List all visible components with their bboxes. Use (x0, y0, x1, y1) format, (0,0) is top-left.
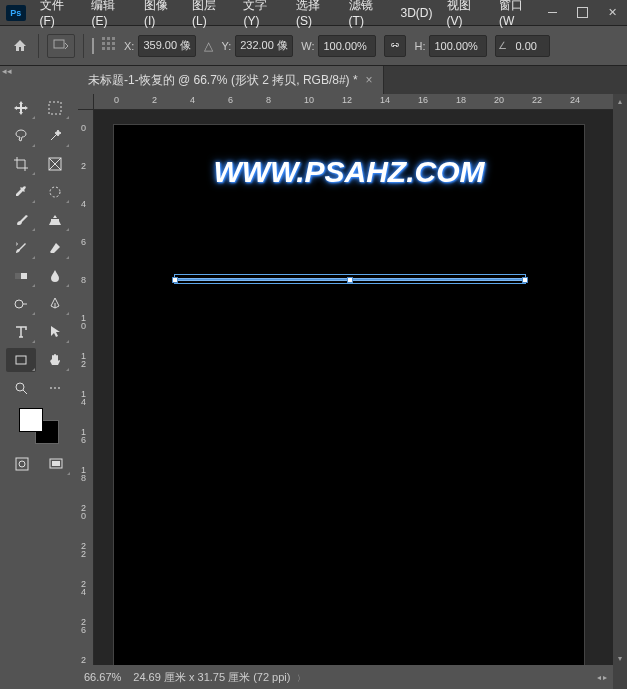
menu-view[interactable]: 视图(V) (447, 0, 486, 28)
canvas-viewport[interactable]: WWW.PSAHZ.COM (94, 110, 613, 665)
foreground-color[interactable] (19, 408, 43, 432)
app-icon: Ps (6, 5, 26, 21)
svg-point-19 (19, 461, 25, 467)
pen-tool[interactable] (40, 292, 70, 316)
svg-point-17 (16, 383, 24, 391)
angle-input[interactable] (511, 35, 547, 57)
ruler-origin[interactable] (78, 94, 94, 110)
menu-layer[interactable]: 图层(L) (192, 0, 229, 28)
edit-toolbar-button[interactable]: ⋯ (40, 376, 70, 400)
vertical-ruler[interactable]: 024681 01 21 41 61 82 02 22 42 62 8 (78, 110, 94, 665)
rectangle-tool[interactable] (6, 348, 36, 372)
titlebar: Ps 文件(F) 编辑(E) 图像(I) 图层(L) 文字(Y) 选择(S) 滤… (0, 0, 627, 26)
h-label: H: (414, 40, 425, 52)
eyedropper-tool[interactable] (6, 180, 36, 204)
quick-mask-button[interactable] (7, 452, 37, 476)
screen-mode-button[interactable] (41, 452, 71, 476)
x-label: X: (124, 40, 134, 52)
svg-rect-2 (107, 37, 110, 40)
spot-healing-tool[interactable] (40, 180, 70, 204)
options-bar: X: △ Y: W: H: ∠ (0, 26, 627, 66)
scroll-right-icon[interactable]: ▸ (603, 673, 607, 682)
h-input[interactable] (429, 35, 487, 57)
y-input[interactable] (235, 35, 293, 57)
transform-handle-left[interactable] (172, 277, 178, 283)
svg-rect-6 (112, 42, 115, 45)
tab-close-icon[interactable]: × (366, 73, 373, 87)
menu-image[interactable]: 图像(I) (144, 0, 178, 28)
y-label: Y: (221, 40, 231, 52)
angle-icon: ∠ (498, 40, 507, 51)
lasso-tool[interactable] (6, 124, 36, 148)
hand-tool[interactable] (40, 348, 70, 372)
clone-stamp-tool[interactable] (40, 208, 70, 232)
maximize-button[interactable] (567, 0, 597, 26)
transform-handle-right[interactable] (522, 277, 528, 283)
status-bar: 66.67% 24.69 厘米 x 31.75 厘米 (72 ppi) 〉 ◂ … (78, 665, 613, 689)
dodge-tool[interactable] (6, 292, 36, 316)
x-input[interactable] (138, 35, 196, 57)
menu-type[interactable]: 文字(Y) (243, 0, 282, 28)
svg-rect-0 (54, 40, 64, 48)
history-brush-tool[interactable] (6, 236, 36, 260)
svg-rect-7 (102, 47, 105, 50)
document-tab[interactable]: 未标题-1-恢复的 @ 66.7% (形状 2 拷贝, RGB/8#) * × (78, 66, 384, 94)
canvas[interactable]: WWW.PSAHZ.COM (114, 125, 584, 665)
blur-tool[interactable] (40, 264, 70, 288)
menu-filter[interactable]: 滤镜(T) (349, 0, 387, 28)
crop-tool[interactable] (6, 152, 36, 176)
work-area: 024681012141618202224 024681 01 21 41 61… (78, 94, 613, 665)
document-dimensions[interactable]: 24.69 厘米 x 31.75 厘米 (72 ppi) (133, 671, 290, 683)
status-chevron-icon[interactable]: 〉 (294, 674, 304, 683)
gradient-tool[interactable] (6, 264, 36, 288)
close-button[interactable] (597, 0, 627, 26)
reference-point-icon[interactable] (92, 39, 94, 53)
zoom-level[interactable]: 66.67% (84, 671, 121, 683)
svg-rect-5 (107, 42, 110, 45)
horizontal-ruler[interactable]: 024681012141618202224 (78, 94, 613, 110)
svg-rect-8 (107, 47, 110, 50)
svg-rect-18 (16, 458, 28, 470)
window-controls (537, 0, 627, 26)
delta-icon[interactable]: △ (204, 39, 213, 53)
menu-edit[interactable]: 编辑(E) (91, 0, 130, 28)
zoom-tool[interactable] (6, 376, 36, 400)
svg-rect-21 (52, 461, 60, 466)
reference-grid-icon[interactable] (102, 37, 116, 54)
menu-3d[interactable]: 3D(D) (401, 6, 433, 20)
type-tool[interactable] (6, 320, 36, 344)
move-tool[interactable] (6, 96, 36, 120)
minimize-button[interactable] (537, 0, 567, 26)
svg-rect-11 (49, 158, 61, 170)
transform-mode-button[interactable] (47, 34, 75, 58)
color-swatches (6, 408, 72, 444)
svg-rect-16 (16, 356, 26, 364)
path-selection-tool[interactable] (40, 320, 70, 344)
separator (38, 34, 39, 58)
menu-window[interactable]: 窗口(W (499, 0, 537, 28)
svg-rect-1 (102, 37, 105, 40)
w-input[interactable] (318, 35, 376, 57)
scroll-up-icon[interactable]: ▴ (613, 94, 627, 108)
canvas-text: WWW.PSAHZ.COM (114, 155, 584, 189)
frame-tool[interactable] (40, 152, 70, 176)
marquee-tool[interactable] (40, 96, 70, 120)
tools-panel: ⋯ (0, 90, 78, 482)
scroll-down-icon[interactable]: ▾ (613, 651, 627, 665)
menu-select[interactable]: 选择(S) (296, 0, 335, 28)
home-button[interactable] (10, 36, 30, 56)
document-tabbar: 未标题-1-恢复的 @ 66.7% (形状 2 拷贝, RGB/8#) * × (78, 66, 627, 94)
svg-point-12 (50, 187, 60, 197)
tab-title: 未标题-1-恢复的 @ 66.7% (形状 2 拷贝, RGB/8#) * (88, 72, 358, 89)
transform-bounding-box[interactable] (174, 274, 526, 284)
transform-handle-center[interactable] (347, 277, 353, 283)
eraser-tool[interactable] (40, 236, 70, 260)
scroll-left-icon[interactable]: ◂ (597, 673, 601, 682)
expand-panels-icon[interactable]: ◂◂ (0, 66, 14, 76)
menu-file[interactable]: 文件(F) (40, 0, 78, 28)
vertical-scrollbar[interactable]: ▴ ▾ (613, 94, 627, 665)
brush-tool[interactable] (6, 208, 36, 232)
magic-wand-tool[interactable] (40, 124, 70, 148)
link-icon[interactable] (384, 35, 406, 57)
w-label: W: (301, 40, 314, 52)
